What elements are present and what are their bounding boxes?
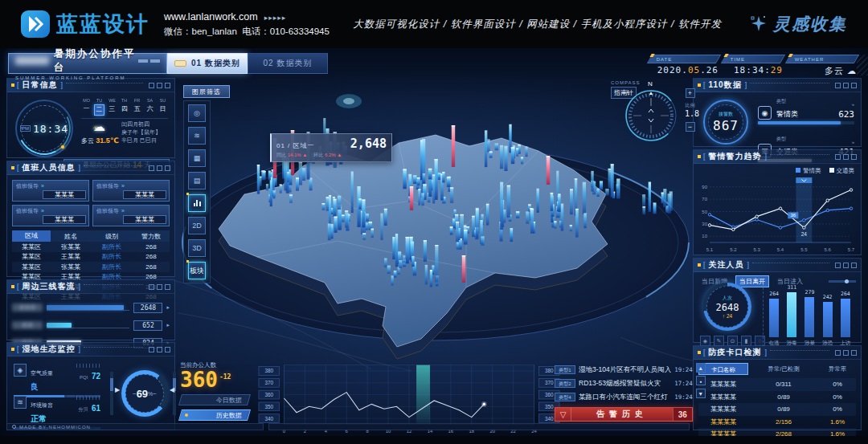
checkpoint-header-cell[interactable]: 卡口名称 [698,363,748,375]
cloud-icon: ☁ [847,66,857,75]
data-category-tabs: 01 数据类别02 数据类别 [167,53,328,74]
panel-window-icon[interactable] [843,83,849,88]
gauge-left-arrow[interactable]: ▶ [115,386,120,393]
panel-minimize-icon[interactable] [149,83,154,88]
alert-count-badge: 36 [673,408,692,421]
panel-expand-icon[interactable] [851,83,857,88]
svg-text:360: 360 [545,392,554,397]
3d-icon: 3D [192,244,202,252]
panel-minimize-icon[interactable] [149,347,154,352]
svg-text:370: 370 [545,380,554,385]
panel-window-icon[interactable] [157,83,162,88]
panel-expand-icon[interactable] [165,165,170,171]
alert-item[interactable]: 类型4某路口有小汽车连闯三个红灯19:24 [555,390,693,404]
gauge-scroll-left[interactable] [110,372,113,415]
panel-minimize-icon[interactable] [149,165,154,171]
layer-button-2d[interactable]: 2D [188,217,206,234]
cell-checkpoint-name: 某某某某 [698,393,748,401]
site-url[interactable]: www.lanlanwork.com [164,11,258,22]
panel-110-data: [110数据] 接警数867 ◉类型警情类»623▣类型交通类»421 [693,78,862,147]
zoom-in-button[interactable]: + [686,88,695,98]
tab-data-category-2[interactable]: 02 数据类别 [248,53,328,74]
panel-window-icon[interactable] [157,347,162,352]
layer-button-3d[interactable]: 3D [188,239,206,257]
compass-dial[interactable] [624,88,678,143]
cell-region: 某某区 [12,242,51,251]
scroll-up-button[interactable]: ▲ [696,363,706,373]
panel-window-icon[interactable] [843,263,849,268]
zoom-scale-value: 1.8 [685,109,695,118]
panel-expand-icon[interactable] [165,83,170,88]
inspiration-collect[interactable]: 灵感收集 [749,13,847,35]
duty-leader-card[interactable]: 值班领导»某某某 [12,205,89,226]
svg-text:5.1: 5.1 [706,247,714,252]
layer-filter: 图层筛选 ◎≋▦▤2D3D板块 [183,85,231,283]
checkpoint-row: 某某某某0/890% [698,403,856,416]
zoom-out-button[interactable]: − [686,122,695,132]
svg-text:36: 36 [790,213,796,218]
checkpoint-row: 某某某某2/2681.6% [698,428,856,436]
office-delta: -12 [219,373,231,381]
focus-bar-column: 242涉恐 [820,294,836,347]
panel-expand-icon[interactable] [851,154,857,160]
layer-button-blocks[interactable]: 板块 [188,262,206,279]
alert-item[interactable]: 类型1湿地3-104片区有不明人员闯入19:24 [555,363,693,377]
alert-history-banner[interactable]: ▽ 告警历史 36 [555,407,693,422]
week-cn: 一 [81,104,92,114]
panel-window-icon[interactable] [157,165,162,171]
footer-dot-icon [12,425,16,429]
logo-text: 蓝蓝设计 [56,10,149,39]
panel-window-icon[interactable] [843,350,849,356]
panel-minimize-icon[interactable] [835,83,841,88]
layer-button-chart[interactable] [188,194,206,212]
tab-data-category-1[interactable]: 01 数据类别 [167,53,248,74]
time-label: TIME [731,57,745,62]
panel-expand-icon[interactable] [851,263,857,268]
layer-button-camera[interactable]: ◎ [188,104,206,122]
panel-minimize-icon[interactable] [149,284,154,290]
date-plate: DATE 2020.05.26 [649,55,719,75]
credit-text: MADE BY NEHOMMICON [19,425,91,430]
panel-expand-icon[interactable] [851,350,857,356]
alert-item[interactable]: 类型2RD13-53烟感报警疑似火灾17:24 [555,377,693,390]
checkpoint-header-cell[interactable]: 异常/已检测 [748,365,819,373]
week-cn: 三 [107,104,117,114]
panel-minimize-icon[interactable] [835,154,841,160]
panel-window-icon[interactable] [157,284,162,290]
duty-header-cell: 级别 [91,232,133,241]
duty-leader-card[interactable]: 值班领导»某某某 [92,180,170,202]
sun-cloud-icon: ☀☁ [81,120,117,135]
traffic-value: 2648 [133,303,162,313]
today-data-button[interactable]: 今日数据 [178,394,251,405]
lunar-line: 庚子年【鼠年】 [121,128,161,136]
week-en: TH [120,98,129,102]
focus-bar-column: 279涉暴 [801,289,817,347]
alarm-type-row: ◉类型警情类»623 [758,95,854,124]
svg-text:380: 380 [545,368,554,373]
panel-window-icon[interactable] [843,154,849,160]
gauge-right-arrow[interactable]: ◀ [170,386,174,393]
checkpoint-header-cell[interactable]: 异常率 [819,365,856,373]
redacted-line-label: 某某某 [12,303,43,312]
layer-button-doc[interactable]: ▤ [188,172,206,189]
week-en: FR [133,98,142,102]
panel-expand-icon[interactable] [165,347,170,352]
panel-expand-icon[interactable] [165,284,170,290]
layer-button-signal[interactable]: ≋ [188,127,206,145]
history-data-button[interactable]: 历史数据 [178,409,251,421]
gauge-scroll-right[interactable] [173,372,176,415]
duty-leader-card[interactable]: 值班领导»某某某 [92,205,170,226]
tick-icon: ▸ [166,304,170,311]
scroll-dot[interactable]: ● [696,376,706,385]
duty-role: 值班领导» [16,207,85,215]
duty-leader-card[interactable]: 值班领导»某某某 [12,180,89,202]
alarm-gauge: 接警数867 [703,100,748,145]
panel-minimize-icon[interactable] [835,263,841,268]
dashboard: 暑期办公协作平台 SUMMER WORKING PLATFORM 01 数据类别… [0,48,868,436]
chevron-icon: » [852,140,854,145]
bar-value: 279 [805,289,815,295]
duty-header-cell: 区域 [12,230,51,242]
panel-minimize-icon[interactable] [835,350,841,356]
scroll-down-button[interactable]: ▼ [696,389,706,398]
layer-button-grid[interactable]: ▦ [188,149,206,167]
